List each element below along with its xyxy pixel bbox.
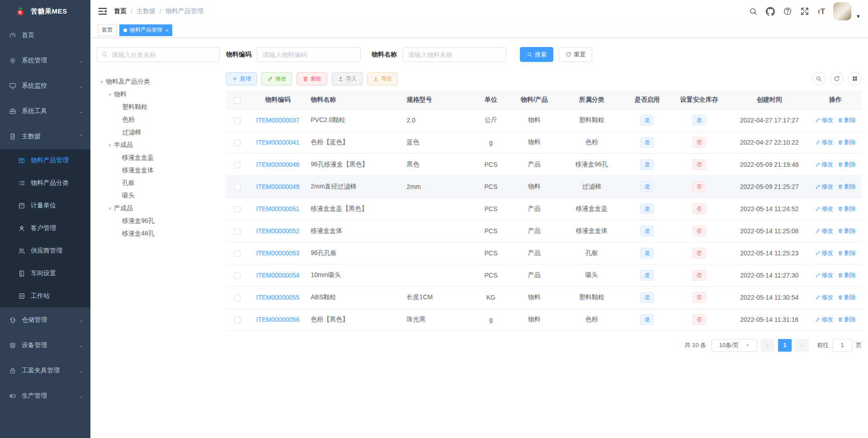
sidebar-item-仓储管理[interactable]: 仓储管理 ⌄ [0,307,90,333]
tree-node-产成品[interactable]: ▼产成品 [97,202,220,215]
breadcrumb-item-首页[interactable]: 首页 [114,7,127,15]
close-icon[interactable]: × [165,28,168,33]
caret-down-icon[interactable]: ▼ [106,92,114,97]
row-delete-link[interactable]: 删除 [838,116,856,124]
tree-node-移液盒盒盖[interactable]: 移液盒盒盖 [97,151,220,164]
add-button[interactable]: 新增 [226,72,257,85]
row-checkbox[interactable] [234,295,241,301]
row-edit-link[interactable]: 修改 [815,205,833,213]
row-checkbox[interactable] [234,273,241,279]
delete-button[interactable]: 删除 [297,72,327,85]
refresh-table-button[interactable] [830,72,844,85]
sidebar-item-客户管理[interactable]: 客户管理 [0,217,90,240]
reset-button[interactable]: 重置 [559,47,592,62]
row-delete-link[interactable]: 删除 [838,227,856,235]
row-delete-link[interactable]: 删除 [838,316,856,324]
item-code-link[interactable]: ITEM00000054 [256,272,300,279]
tree-node-吸头[interactable]: 吸头 [97,189,220,202]
tree-node-移液盒48孔[interactable]: 移液盒48孔 [97,227,220,240]
header-search-icon[interactable] [749,7,758,16]
export-button[interactable]: 导出 [367,72,398,85]
sidebar-item-物料产品管理[interactable]: 物料产品管理 [0,149,90,172]
row-delete-link[interactable]: 删除 [838,138,856,146]
page-1-button[interactable]: 1 [778,339,792,352]
item-code-link[interactable]: ITEM00000046 [256,161,300,168]
item-code-link[interactable]: ITEM00000041 [256,139,300,146]
item-code-link[interactable]: ITEM00000056 [256,316,300,323]
sidebar-item-首页[interactable]: 首页 [0,23,90,48]
item-code-link[interactable]: ITEM00000049 [256,183,300,190]
tree-node-半成品[interactable]: ▼半成品 [97,139,220,151]
tree-node-孔板[interactable]: 孔板 [97,177,220,189]
tree-node-塑料颗粒[interactable]: 塑料颗粒 [97,101,220,113]
row-checkbox[interactable] [234,140,241,146]
prev-page-button[interactable]: ‹ [761,339,774,352]
tree-node-过滤棉[interactable]: 过滤棉 [97,126,220,139]
row-edit-link[interactable]: 修改 [815,271,833,279]
sidebar-item-系统工具[interactable]: 系统工具 ⌄ [0,99,90,124]
sidebar-item-计量单位[interactable]: 计量单位 [0,194,90,217]
sidebar-item-生产管理[interactable]: 生产管理 ⌄ [0,383,90,409]
font-size-icon[interactable]: TT [817,8,825,15]
tab-物料产品管理[interactable]: 物料产品管理 × [119,24,172,36]
row-edit-link[interactable]: 修改 [815,116,833,124]
row-edit-link[interactable]: 修改 [815,160,833,169]
item-code-link[interactable]: ITEM00000053 [256,250,300,257]
search-button[interactable]: 搜索 [520,47,553,62]
row-delete-link[interactable]: 删除 [838,205,856,213]
column-settings-button[interactable] [848,72,862,85]
fullscreen-icon[interactable] [800,7,809,16]
sidebar-item-工装夹具管理[interactable]: 工装夹具管理 ⌄ [0,358,90,383]
question-icon[interactable] [783,7,792,16]
next-page-button[interactable]: › [795,339,809,352]
row-edit-link[interactable]: 修改 [815,138,833,146]
row-edit-link[interactable]: 修改 [815,227,833,235]
row-delete-link[interactable]: 删除 [838,293,856,301]
code-field[interactable] [257,47,361,62]
row-checkbox[interactable] [234,162,241,168]
row-edit-link[interactable]: 修改 [815,183,833,191]
sidebar-item-车间设置[interactable]: 车间设置 [0,262,90,285]
row-edit-link[interactable]: 修改 [815,293,833,301]
row-checkbox[interactable] [234,206,241,212]
avatar-caret-down-icon[interactable]: ▼ [856,14,861,19]
row-delete-link[interactable]: 删除 [838,183,856,191]
sidebar-item-系统监控[interactable]: 系统监控 ⌄ [0,73,90,99]
sidebar-item-供应商管理[interactable]: 供应商管理 [0,240,90,262]
row-checkbox[interactable] [234,228,241,235]
name-field[interactable] [402,47,506,62]
tree-node-移液盒96孔[interactable]: 移液盒96孔 [97,215,220,227]
sidebar-item-物料产品分类[interactable]: 物料产品分类 [0,172,90,194]
caret-down-icon[interactable]: ▼ [106,206,114,211]
tree-node-色粉[interactable]: 色粉 [97,113,220,126]
row-delete-link[interactable]: 删除 [838,249,856,257]
tab-首页[interactable]: 首页 [98,24,117,36]
edit-button[interactable]: 修改 [261,72,292,85]
item-code-link[interactable]: ITEM00000052 [256,227,300,235]
tree-search-input[interactable] [97,47,220,62]
logo[interactable]: K 苦糖果MES [0,0,90,23]
sidebar-item-系统管理[interactable]: 系统管理 ⌄ [0,48,90,73]
select-all-checkbox[interactable] [234,97,241,104]
row-checkbox[interactable] [234,250,241,257]
row-delete-link[interactable]: 删除 [838,271,856,279]
tree-node-物料[interactable]: ▼物料 [97,88,220,101]
import-button[interactable]: 导入 [332,72,363,85]
item-code-link[interactable]: ITEM00000037 [256,117,300,124]
toggle-search-button[interactable] [812,72,826,85]
goto-page-input[interactable] [832,339,852,352]
item-code-link[interactable]: ITEM00000055 [256,294,300,301]
page-size-select[interactable]: 10条/页▼ [712,339,757,352]
row-edit-link[interactable]: 修改 [815,249,833,257]
row-checkbox[interactable] [234,118,241,124]
sidebar-item-工作站[interactable]: 工作站 [0,285,90,307]
tree-node-移液盒盒体[interactable]: 移液盒盒体 [97,164,220,177]
sidebar-fold-icon[interactable] [98,6,108,16]
sidebar-item-主数据[interactable]: 主数据 ⌃ [0,124,90,149]
item-code-link[interactable]: ITEM00000051 [256,205,300,212]
caret-down-icon[interactable]: ▼ [98,80,106,85]
row-delete-link[interactable]: 删除 [838,160,856,169]
caret-down-icon[interactable]: ▼ [106,143,114,148]
row-checkbox[interactable] [234,317,241,323]
github-icon[interactable] [766,7,775,16]
